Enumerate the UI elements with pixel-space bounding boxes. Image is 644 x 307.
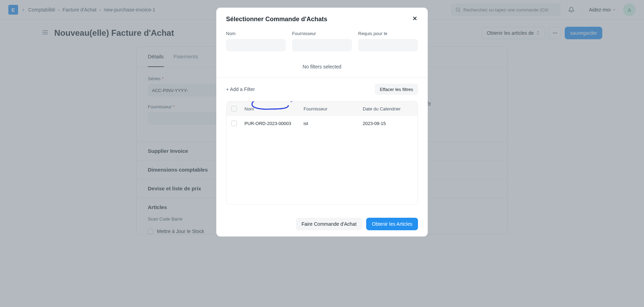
filter-row: Nom Fournisseur Requis pour le <box>226 31 418 51</box>
row-date: 2023-09-15 <box>360 121 418 126</box>
dialog-footer: Faire Commande d'Achat Obtenir les Artic… <box>216 211 428 237</box>
results-table: Nom Fournisseur Date du Calendrier PUR-O… <box>226 101 418 205</box>
close-icon[interactable] <box>412 15 418 23</box>
filter-name-input[interactable] <box>226 39 286 51</box>
make-po-button[interactable]: Faire Commande d'Achat <box>296 218 362 230</box>
table-header: Nom Fournisseur Date du Calendrier <box>226 101 418 116</box>
row-name: PUR-ORD-2023-00003 <box>242 121 301 126</box>
dialog-title: Sélectionner Commande d'Achats <box>226 16 327 23</box>
filter-supplier-input[interactable] <box>292 39 352 51</box>
filter-name: Nom <box>226 31 286 51</box>
filter-name-label: Nom <box>226 31 286 36</box>
filter-required-input[interactable] <box>358 39 418 51</box>
filter-supplier-label: Fournisseur <box>292 31 352 36</box>
select-all-checkbox[interactable] <box>231 106 237 111</box>
dialog-select-po: Sélectionner Commande d'Achats Nom Fourn… <box>216 8 428 237</box>
filter-required-label: Requis pour le <box>358 31 418 36</box>
table-row[interactable]: PUR-ORD-2023-00003 ist 2023-09-15 <box>226 116 418 131</box>
filter-supplier: Fournisseur <box>292 31 352 51</box>
row-supplier: ist <box>301 121 360 126</box>
filter-required-by: Requis pour le <box>358 31 418 51</box>
clear-filters-button[interactable]: Effacer les filtres <box>375 84 418 95</box>
col-supplier: Fournisseur <box>301 106 360 111</box>
add-filter-button[interactable]: + Add a Filter <box>226 86 255 92</box>
no-filters-text: No filters selected <box>216 59 428 77</box>
col-name: Nom <box>242 106 301 111</box>
get-items-button[interactable]: Obtenir les Articles <box>366 218 418 230</box>
filter-bar: + Add a Filter Effacer les filtres <box>226 77 418 101</box>
dialog-body: Nom Fournisseur Requis pour le No filter… <box>216 31 428 211</box>
col-date: Date du Calendrier <box>360 106 418 111</box>
dialog-header: Sélectionner Commande d'Achats <box>216 8 428 31</box>
row-checkbox[interactable] <box>231 121 237 126</box>
modal-overlay[interactable]: Sélectionner Commande d'Achats Nom Fourn… <box>0 0 644 307</box>
